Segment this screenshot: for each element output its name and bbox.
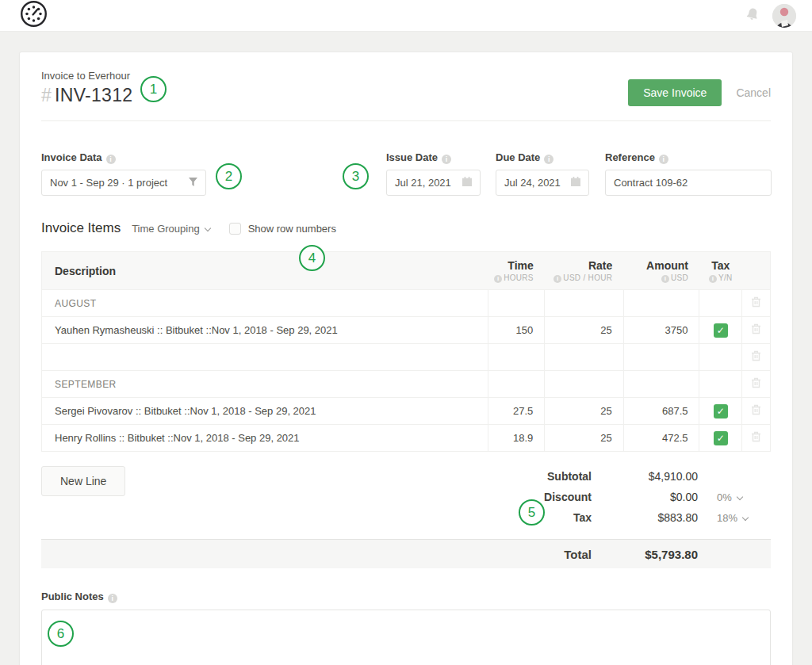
notifications-bell-icon[interactable] [745, 7, 760, 25]
group-row-august: AUGUST [42, 290, 771, 317]
invoice-subtitle: Invoice to Everhour [41, 70, 132, 82]
invoice-card: Invoice to Everhour #INV-1312 Save Invoi… [19, 52, 793, 665]
reference-value: Contract 109-62 [614, 177, 688, 189]
item-row: Sergei Pivovarov :: Bitbuket ::Nov 1, 20… [42, 398, 771, 425]
annotation-6: 6 [48, 621, 74, 647]
chevron-down-icon [204, 224, 210, 231]
tax-checkbox-checked[interactable] [714, 404, 728, 418]
delete-row-icon[interactable] [751, 350, 761, 364]
empty-row [42, 344, 771, 371]
time-grouping-dropdown[interactable]: Time Grouping [132, 223, 210, 235]
item-description[interactable]: Yauhen Rymasheuski :: Bitbuket ::Nov 1, … [42, 317, 488, 344]
public-notes-textarea[interactable] [41, 610, 771, 665]
info-icon [494, 275, 502, 283]
item-amount[interactable]: 687.5 [623, 398, 699, 425]
discount-label: Discount [496, 491, 592, 503]
show-row-numbers-label: Show row numbers [248, 223, 336, 235]
annotation-3: 3 [343, 163, 369, 189]
public-notes-section: Public Notes [41, 590, 771, 665]
group-row-september: SEPTEMBER [42, 371, 771, 398]
issue-date-value: Jul 21, 2021 [395, 177, 451, 189]
user-avatar[interactable] [772, 4, 796, 28]
delete-row-icon[interactable] [751, 377, 761, 391]
item-time[interactable]: 150 [488, 317, 545, 344]
show-row-numbers-checkbox[interactable] [229, 223, 241, 235]
filter-funnel-icon [189, 177, 197, 189]
info-icon [661, 275, 669, 283]
info-icon [709, 275, 717, 283]
discount-percent-dropdown[interactable]: 0% [698, 491, 771, 503]
item-amount[interactable]: 3750 [623, 317, 699, 344]
item-amount[interactable]: 472.5 [623, 425, 699, 452]
calendar-icon [571, 177, 580, 189]
item-rate[interactable]: 25 [545, 425, 623, 452]
info-icon [553, 275, 561, 283]
info-icon [659, 155, 668, 164]
column-time: TimeHOURS [488, 252, 545, 290]
totals-section: New Line Subtotal $4,910.00 Discount $0.… [41, 466, 771, 528]
annotation-5: 5 [519, 499, 545, 526]
new-line-button[interactable]: New Line [41, 466, 125, 496]
delete-row-icon[interactable] [751, 404, 761, 418]
invoice-items-table: Description TimeHOURS RateUSD / HOUR Amo… [41, 251, 771, 452]
group-label: SEPTEMBER [42, 371, 488, 398]
reference-input[interactable]: Contract 109-62 [605, 170, 772, 196]
top-bar [0, 0, 812, 32]
due-date-value: Jul 24, 2021 [504, 177, 561, 189]
annotation-2: 2 [216, 163, 242, 189]
group-label: AUGUST [42, 290, 488, 317]
delete-row-icon[interactable] [751, 296, 761, 310]
column-rate: RateUSD / HOUR [545, 252, 623, 290]
annotation-1: 1 [140, 76, 167, 102]
total-label: Total [496, 548, 592, 561]
calendar-icon [462, 177, 472, 189]
info-icon [106, 155, 116, 164]
save-invoice-button[interactable]: Save Invoice [628, 79, 722, 106]
issue-date-input[interactable]: Jul 21, 2021 [386, 170, 481, 196]
info-icon [442, 155, 451, 164]
tax-checkbox-checked[interactable] [714, 323, 728, 338]
item-rate[interactable]: 25 [545, 317, 623, 344]
table-header-row: Description TimeHOURS RateUSD / HOUR Amo… [42, 252, 771, 290]
subtotal-value: $4,910.00 [592, 470, 698, 483]
item-time[interactable]: 18.9 [488, 425, 545, 452]
due-date-input[interactable]: Jul 24, 2021 [496, 170, 589, 196]
invoice-data-value: Nov 1 - Sep 29 · 1 project [50, 177, 167, 189]
item-rate[interactable]: 25 [545, 398, 623, 425]
item-description[interactable]: Henry Rollins :: Bitbuket ::Nov 1, 2018 … [42, 425, 488, 452]
tax-checkbox-checked[interactable] [714, 431, 728, 445]
invoice-number-line: #INV-1312 [41, 85, 132, 106]
item-row: Yauhen Rymasheuski :: Bitbuket ::Nov 1, … [42, 317, 771, 344]
issue-date-label: Issue Date [386, 151, 481, 164]
item-description[interactable]: Sergei Pivovarov :: Bitbuket ::Nov 1, 20… [42, 398, 488, 425]
column-actions [742, 252, 771, 290]
hash-prefix: # [41, 85, 52, 105]
subtotal-label: Subtotal [496, 470, 592, 483]
invoice-items-heading-row: Invoice Items Time Grouping Show row num… [41, 215, 771, 242]
chevron-down-icon [742, 514, 749, 520]
invoice-fields-row: Invoice Data Nov 1 - Sep 29 · 1 project … [41, 121, 771, 215]
total-bar: Total $5,793.80 [41, 539, 771, 568]
everhour-logo-icon[interactable] [19, 0, 48, 32]
column-description: Description [42, 252, 488, 290]
chevron-down-icon [737, 493, 743, 499]
tax-percent-dropdown[interactable]: 18% [698, 512, 771, 524]
column-amount: AmountUSD [623, 252, 699, 290]
invoice-data-label: Invoice Data [41, 151, 206, 164]
tax-value: $883.80 [592, 511, 698, 524]
item-time[interactable]: 27.5 [488, 398, 545, 425]
annotation-4: 4 [299, 245, 325, 271]
delete-row-icon[interactable] [751, 323, 761, 337]
invoice-data-select[interactable]: Nov 1 - Sep 29 · 1 project [41, 170, 206, 196]
delete-row-icon[interactable] [751, 431, 761, 445]
total-value: $5,793.80 [592, 548, 698, 561]
due-date-label: Due Date [496, 151, 589, 164]
info-icon [108, 594, 117, 603]
public-notes-label: Public Notes [41, 590, 771, 603]
show-row-numbers-toggle[interactable]: Show row numbers [229, 223, 336, 235]
reference-label: Reference [605, 151, 772, 164]
column-tax: TaxY/N [699, 252, 742, 290]
subtotal-row: Subtotal $4,910.00 [496, 466, 771, 487]
cancel-button[interactable]: Cancel [736, 86, 771, 99]
invoice-number: INV-1312 [55, 85, 132, 105]
